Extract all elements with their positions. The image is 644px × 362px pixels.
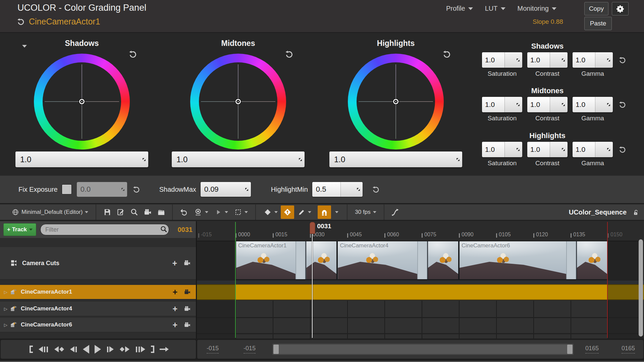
render-movie-button[interactable] — [154, 205, 168, 219]
step-backward-button[interactable] — [70, 346, 77, 352]
fix-exposure-checkbox[interactable] — [62, 184, 72, 194]
camera-icon[interactable] — [183, 305, 191, 313]
wheel-knob[interactable] — [79, 99, 85, 104]
spawn-camera-dropdown[interactable] — [194, 208, 208, 217]
camera-icon[interactable] — [183, 259, 191, 267]
time-ruler[interactable]: -015000000150030004500600075009001050120… — [197, 221, 644, 241]
snap-button[interactable] — [318, 205, 331, 219]
add-section-button[interactable]: + — [172, 287, 177, 297]
jump-to-end-button[interactable] — [151, 346, 154, 353]
track-row-cinecameraactor4[interactable]: ▷CineCameraActor4+ — [0, 302, 196, 317]
value-input[interactable]: 1.0 — [527, 142, 568, 157]
playback-mode-button[interactable] — [160, 349, 168, 350]
reset-icon[interactable] — [442, 50, 452, 59]
reset-icon[interactable] — [285, 50, 294, 59]
play-reverse-button[interactable] — [83, 345, 89, 354]
fps-dropdown[interactable]: 30 fps — [355, 209, 376, 216]
color-wheel[interactable] — [190, 54, 286, 149]
save-button[interactable] — [101, 205, 114, 219]
keyframe-options-dropdown[interactable] — [263, 208, 278, 217]
level-preset-dropdown[interactable]: Minimal_Default (Editor) — [12, 208, 88, 216]
jump-to-front-button[interactable] — [30, 346, 33, 353]
menu-lut[interactable]: LUT — [485, 5, 505, 12]
chevron-down-icon — [373, 211, 376, 213]
reset-icon[interactable] — [372, 185, 380, 194]
auto-key-button[interactable] — [281, 205, 294, 219]
camera-cut-section[interactable]: CineCameraActor6 — [459, 241, 608, 280]
settings-button[interactable] — [612, 2, 629, 15]
value-input[interactable]: 1.0 — [573, 97, 613, 112]
expand-chevron-icon[interactable]: ▷ — [4, 290, 9, 295]
wheel-value-input[interactable]: 1.0 — [172, 152, 305, 167]
add-section-button[interactable]: + — [172, 258, 177, 268]
highlight-min-value: 0.5 — [312, 185, 326, 194]
value-input[interactable]: 1.0 — [527, 97, 568, 112]
add-track-button[interactable]: + Track — [3, 223, 36, 236]
selected-track-bar[interactable] — [197, 284, 644, 300]
camera-cuts-track[interactable]: Camera Cuts + — [0, 247, 196, 280]
view-start-input[interactable]: -015 — [207, 345, 219, 354]
expand-chevron-icon[interactable]: ▷ — [4, 306, 9, 311]
scrollbar-thumb[interactable] — [273, 345, 573, 354]
camera-cut-section[interactable]: CineCameraActor1 — [235, 241, 337, 280]
filter-input[interactable] — [40, 224, 169, 235]
edit-sequence-button[interactable] — [114, 205, 127, 219]
view-end-input[interactable]: 0165 — [622, 345, 635, 354]
camera-icon[interactable] — [183, 321, 191, 329]
wheel-knob[interactable] — [393, 99, 398, 104]
wheel-value-input[interactable]: 1.0 — [15, 152, 148, 167]
playhead-handle[interactable] — [310, 222, 315, 234]
search-button[interactable] — [127, 205, 141, 219]
next-key-button[interactable] — [119, 346, 130, 352]
vertical-scrollbar[interactable] — [639, 239, 643, 337]
value-input[interactable]: 1.0 — [482, 97, 522, 112]
add-section-button[interactable]: + — [172, 304, 177, 314]
edit-mode-dropdown[interactable] — [297, 208, 311, 217]
menu-monitoring[interactable]: Monitoring — [518, 5, 556, 12]
copy-button[interactable]: Copy — [584, 2, 608, 15]
reset-button[interactable] — [177, 205, 191, 219]
play-button[interactable] — [95, 345, 101, 354]
reset-icon[interactable] — [17, 17, 25, 26]
reset-icon[interactable] — [619, 101, 627, 109]
unlock-icon[interactable] — [631, 208, 639, 216]
wheel-knob[interactable] — [235, 99, 241, 104]
track-row-cinecameraactor6[interactable]: ▷CineCameraActor6+ — [0, 318, 196, 333]
color-wheel[interactable] — [34, 54, 130, 149]
select-mode-dropdown[interactable] — [234, 208, 248, 216]
work-end-input[interactable]: 0165 — [585, 345, 599, 354]
jump-previous-button[interactable] — [38, 346, 49, 352]
color-wheel[interactable] — [348, 54, 444, 149]
camera-cut-section[interactable]: CineCameraActor4 — [337, 241, 459, 280]
reset-icon[interactable] — [619, 56, 627, 64]
scrollbar-cap[interactable] — [273, 345, 279, 354]
value-input[interactable]: 1.0 — [527, 52, 568, 68]
curve-editor-button[interactable] — [389, 205, 402, 219]
value-input[interactable]: 1.0 — [573, 52, 613, 68]
step-forward-button[interactable] — [106, 346, 114, 352]
previous-key-button[interactable] — [54, 346, 64, 352]
reset-icon[interactable] — [132, 185, 141, 194]
horizontal-scrollbar[interactable] — [272, 344, 574, 355]
value-input[interactable]: 1.0 — [482, 52, 522, 68]
menu-profile[interactable]: Profile — [446, 5, 473, 12]
playback-dropdown[interactable] — [214, 208, 228, 216]
jump-next-button[interactable] — [135, 346, 146, 352]
highlight-min-input[interactable]: 0.5 — [312, 182, 363, 197]
paste-button[interactable]: Paste — [584, 17, 612, 30]
expand-chevron-icon[interactable]: ▷ — [4, 322, 9, 327]
camera-button[interactable] — [141, 205, 154, 219]
current-frame-readout[interactable]: 0031 — [173, 226, 193, 234]
add-section-button[interactable]: + — [172, 320, 177, 330]
reset-icon[interactable] — [128, 50, 138, 59]
chevron-down-icon[interactable] — [335, 211, 338, 213]
scrollbar-cap[interactable] — [567, 345, 573, 354]
reset-icon[interactable] — [619, 145, 627, 154]
wheel-value-input[interactable]: 1.0 — [329, 152, 462, 167]
camera-icon[interactable] — [183, 288, 191, 296]
shadow-max-input[interactable]: 0.09 — [201, 182, 251, 197]
value-input[interactable]: 1.0 — [482, 142, 522, 157]
value-input[interactable]: 1.0 — [573, 142, 613, 157]
work-start-input[interactable]: -015 — [244, 345, 256, 354]
track-row-cinecameraactor1[interactable]: ▷CineCameraActor1+ — [0, 285, 196, 300]
